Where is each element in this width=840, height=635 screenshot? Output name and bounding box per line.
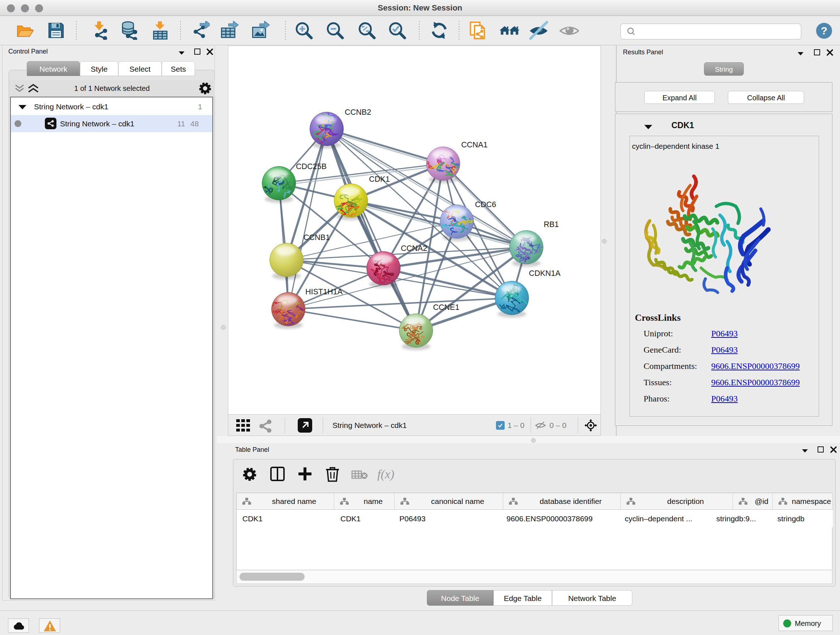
svg-text:CCNB2: CCNB2 (345, 108, 371, 117)
svg-text:CDC25B: CDC25B (296, 162, 327, 171)
svg-text:CDC6: CDC6 (475, 200, 496, 209)
svg-text:CCNE1: CCNE1 (433, 303, 459, 312)
svg-text:RB1: RB1 (544, 220, 559, 229)
svg-text:HIST1H1A: HIST1H1A (305, 287, 343, 296)
svg-text:CDK1: CDK1 (369, 175, 390, 184)
svg-text:CDKN1A: CDKN1A (529, 269, 561, 278)
svg-text:CCNB1: CCNB1 (303, 233, 330, 242)
svg-text:CCNA1: CCNA1 (461, 141, 488, 149)
svg-text:CCNA2: CCNA2 (401, 244, 427, 253)
